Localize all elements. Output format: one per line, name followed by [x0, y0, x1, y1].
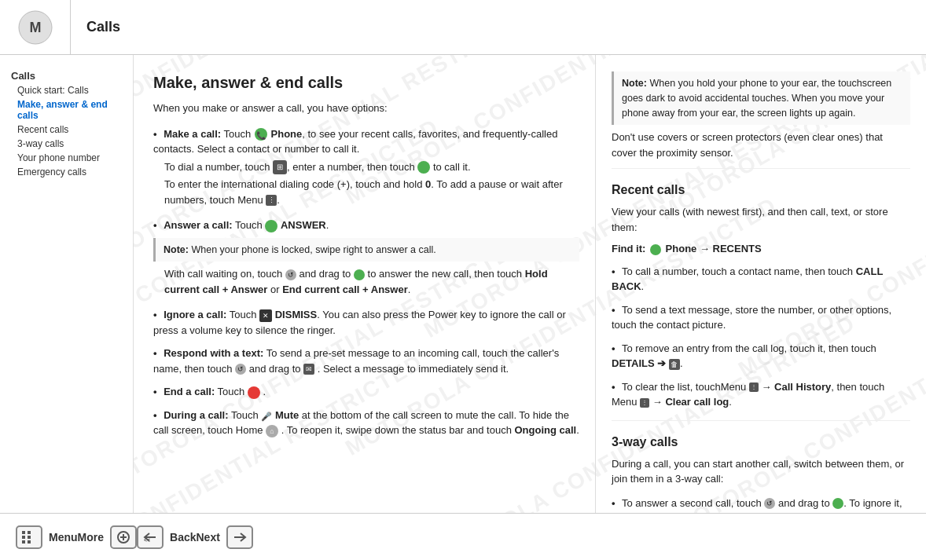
sidebar-item-emergency[interactable]: Emergency calls: [8, 165, 125, 179]
screen-protector-note: Don't use covers or screen protectors (e…: [612, 130, 910, 160]
end-call-icon: [248, 386, 260, 399]
logo-area: M: [0, 0, 71, 55]
more-label: More: [78, 531, 104, 544]
back-icon: <<: [137, 525, 164, 549]
phone-icon: [255, 128, 267, 141]
svg-text:<<: <<: [144, 537, 150, 543]
bullet-during-call: During a call: Touch 🎤 Mute at the botto…: [153, 405, 579, 441]
back-label: Back: [170, 531, 196, 544]
bullet-during-label: During a call:: [164, 409, 228, 421]
threeway-intro: During a call, you can start another cal…: [612, 456, 910, 487]
divider-1: [612, 168, 910, 169]
svg-rect-4: [22, 536, 25, 539]
next-icon: [226, 525, 253, 549]
next-button[interactable]: Next: [196, 525, 252, 549]
svg-rect-6: [22, 540, 25, 544]
recent-bullet-list: To call a number, touch a contact name, …: [612, 262, 910, 412]
sidebar-item-calls[interactable]: Calls: [8, 68, 125, 83]
find-it: Find it: Phone → RECENTS: [612, 241, 910, 257]
section-title-make-answer: Make, answer & end calls: [153, 71, 579, 94]
bullet-ignore-label: Ignore a call:: [164, 309, 226, 320]
threeway-bullet-1: To answer a second call, touch ↺ and dra…: [612, 493, 910, 513]
svg-rect-2: [22, 531, 25, 534]
menu-label: Menu: [49, 531, 78, 544]
svg-rect-3: [28, 531, 31, 534]
threeway-bullet-list: To answer a second call, touch ↺ and dra…: [612, 493, 910, 513]
bullet-respond-text: Respond with a text: To send a pre-set m…: [153, 343, 579, 379]
divider-2: [612, 420, 910, 421]
note-text: When you hold your phone to your ear, th…: [622, 78, 891, 119]
intro-text: When you make or answer a call, you have…: [153, 101, 579, 116]
back-button[interactable]: << Back: [137, 525, 196, 549]
footer-left: Menu More << Back Next: [0, 525, 259, 549]
recent-bullet-2: To send a text message, store the number…: [612, 300, 910, 335]
bullet-respond-label: Respond with a text:: [164, 347, 263, 359]
svg-rect-7: [28, 540, 31, 544]
right-panel: Note: When you hold your phone to your e…: [596, 55, 926, 513]
recent-bullet-4: To clear the list, touchMenu ⋮ → Call Hi…: [612, 377, 910, 412]
svg-text:M: M: [29, 20, 41, 35]
answer-icon: [265, 220, 277, 232]
sidebar-item-quickstart[interactable]: Quick start: Calls: [8, 83, 125, 97]
main-content: Make, answer & end calls When you make o…: [134, 55, 926, 513]
menu-icon: [16, 525, 42, 549]
bullet-make-call-label: Make a call:: [164, 128, 221, 140]
bullet-ignore-call: Ignore a call: Touch ✕ DISMISS. You can …: [153, 305, 579, 340]
proximity-note: Note: When you hold your phone to your e…: [612, 71, 910, 125]
sidebar-item-make-answer[interactable]: Make, answer & end calls: [8, 97, 125, 123]
sub-dial: To dial a number, touch ⊞, enter a numbe…: [153, 159, 579, 175]
bullet-end-label: End a call:: [164, 386, 215, 397]
next-label: Next: [196, 531, 219, 544]
sidebar: Calls Quick start: Calls Make, answer & …: [0, 55, 134, 513]
header: M Calls: [0, 0, 926, 55]
page-title: Calls: [71, 19, 120, 35]
bullet-end-call: End a call: Touch .: [153, 382, 579, 402]
sidebar-item-3way[interactable]: 3-way calls: [8, 137, 125, 151]
recent-intro: View your calls (with newest first), and…: [612, 204, 910, 235]
sidebar-item-your-phone-number[interactable]: Your phone number: [8, 151, 125, 165]
footer: Menu More << Back Next: [0, 513, 926, 560]
sub-international: To enter the international dialing code …: [153, 177, 579, 207]
motorola-logo: M: [18, 10, 53, 45]
mute-icon: 🎤: [261, 410, 272, 421]
main-bullet-list: Make a call: Touch Phone, to see your re…: [153, 124, 579, 441]
more-icon: [110, 525, 137, 549]
recent-bullet-1: To call a number, touch a contact name, …: [612, 262, 910, 297]
threeway-title: 3-way calls: [612, 433, 910, 452]
sidebar-item-recent[interactable]: Recent calls: [8, 123, 125, 137]
bullet-make-call: Make a call: Touch Phone, to see your re…: [153, 124, 579, 213]
recent-bullet-3: To remove an entry from the call log, to…: [612, 339, 910, 374]
bullet-answer-call: Answer a call: Touch ANSWER. Note: When …: [153, 215, 579, 302]
phone-icon-small: [650, 244, 661, 255]
left-panel: Make, answer & end calls When you make o…: [134, 55, 596, 513]
bullet-answer-label: Answer a call:: [164, 219, 232, 231]
recent-calls-title: Recent calls: [612, 181, 910, 199]
answer-note: Note: When your phone is locked, swipe r…: [153, 238, 579, 262]
menu-button[interactable]: Menu: [16, 525, 78, 549]
more-button[interactable]: More: [78, 525, 137, 549]
sub-call-waiting: With call waiting on, touch ↺ and drag t…: [153, 266, 579, 297]
svg-rect-5: [28, 536, 31, 539]
